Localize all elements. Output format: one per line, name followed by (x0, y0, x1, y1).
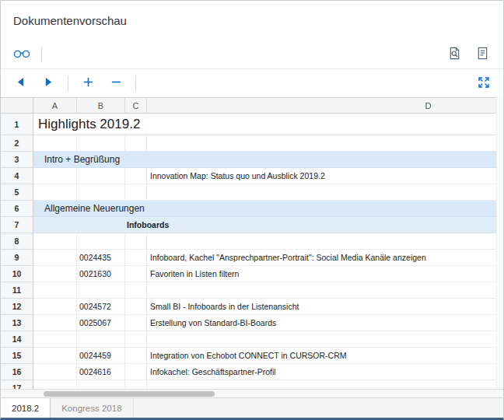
cell-b5[interactable] (77, 184, 125, 201)
horizontal-scrollbar[interactable] (1, 389, 503, 397)
row-header-13: 13 (1, 315, 33, 331)
cell-merged-3[interactable]: Intro + Begrüßung (33, 152, 496, 168)
cell-c5[interactable] (125, 184, 147, 201)
cell-d14[interactable] (147, 331, 496, 348)
cell-b4[interactable] (77, 168, 125, 184)
cell-d13[interactable]: Erstellung von Standard-BI-Boards (147, 315, 496, 331)
column-header-b: B (77, 98, 125, 113)
row-header-8: 8 (1, 233, 33, 250)
document-preview-panel: Dokumentenvorschau (0, 0, 504, 420)
cell-b15[interactable]: 0024459 (77, 348, 125, 364)
cell-d9[interactable]: Infoboard, Kachel "Ansprechpartner-Portr… (147, 250, 496, 266)
cell-c10[interactable] (125, 266, 147, 282)
row-header-6: 6 (1, 201, 33, 217)
toolbar-separator (135, 75, 136, 91)
grid-row-10: 100021630Favoriten in Listen filtern (1, 266, 496, 282)
grid-row-9: 90024435Infoboard, Kachel "Ansprechpartn… (1, 250, 496, 266)
cell-d17[interactable] (147, 380, 496, 389)
cell-a9[interactable] (33, 250, 77, 266)
cell-b10[interactable]: 0021630 (77, 266, 125, 282)
cell-b17[interactable] (77, 380, 125, 389)
row-header-10: 10 (1, 266, 33, 282)
cell-d10[interactable]: Favoriten in Listen filtern (147, 266, 496, 282)
cell-a14[interactable] (33, 331, 77, 348)
expand-icon (478, 76, 490, 91)
vertical-scrollbar[interactable] (496, 97, 503, 389)
cell-b14[interactable] (77, 331, 125, 348)
cell-a17[interactable] (33, 380, 77, 389)
cell-b11[interactable] (77, 282, 125, 299)
row-header-9: 9 (1, 250, 33, 266)
cell-a12[interactable] (33, 299, 77, 315)
prev-arrow-icon (16, 77, 25, 89)
cell-d2[interactable] (147, 135, 496, 152)
cell-merged-7[interactable]: Infoboards (33, 217, 496, 233)
zoom-in-button[interactable] (78, 73, 98, 93)
cell-d12[interactable]: Small BI - Infoboards in der Listenansic… (147, 299, 496, 315)
cell-a16[interactable] (33, 364, 77, 380)
grid-column-headers: ABCD (1, 97, 496, 114)
cell-d16[interactable]: Infokachel: Geschäftspartner-Profil (147, 364, 496, 380)
prev-page-button[interactable] (10, 73, 30, 93)
cell-d8[interactable] (147, 233, 496, 250)
cell-b8[interactable] (77, 233, 125, 250)
grid-row-7: 7Infoboards (1, 217, 496, 233)
cell-c15[interactable] (125, 348, 147, 364)
cell-d11[interactable] (147, 282, 496, 299)
zoom-document-button[interactable] (444, 44, 464, 65)
column-header-d: D (147, 98, 496, 113)
cell-c12[interactable] (125, 299, 147, 315)
cell-b13[interactable]: 0025067 (77, 315, 125, 331)
cell-b12[interactable]: 0024572 (77, 299, 125, 315)
cell-a13[interactable] (33, 315, 77, 331)
cell-c8[interactable] (125, 233, 147, 250)
row-header-2: 2 (1, 135, 33, 152)
cell-c11[interactable] (125, 282, 147, 299)
hscroll-thumb[interactable] (44, 391, 215, 397)
cell-a15[interactable] (33, 348, 77, 364)
toolbar-navigation (1, 69, 503, 97)
cell-a4[interactable] (33, 168, 77, 184)
sheet-tab-1[interactable]: 2018.2 (1, 398, 51, 418)
cell-a8[interactable] (33, 233, 77, 250)
cell-c14[interactable] (125, 331, 147, 348)
grid-row-14: 14 (1, 331, 496, 348)
toolbar-separator (68, 75, 68, 91)
glasses-button[interactable] (12, 44, 32, 65)
grid-rows: 1Highlights 2019.223Intro + Begrüßung4In… (1, 114, 496, 389)
grid-row-12: 120024572Small BI - Infoboards in der Li… (1, 299, 496, 315)
cell-c16[interactable] (125, 364, 147, 380)
cell-a11[interactable] (33, 282, 77, 299)
next-page-button[interactable] (38, 73, 58, 93)
cell-c2[interactable] (125, 135, 147, 152)
panel-title: Dokumentenvorschau (1, 1, 503, 40)
cell-a10[interactable] (33, 266, 77, 282)
cell-c17[interactable] (125, 380, 147, 389)
cell-merged-6[interactable]: Allgemeine Neuerungen (33, 201, 496, 217)
fullscreen-button[interactable] (474, 73, 494, 93)
cell-b16[interactable]: 0024616 (77, 364, 125, 380)
row-header-17: 17 (1, 380, 33, 389)
cell-merged-1[interactable]: Highlights 2019.2 (33, 114, 496, 135)
grid-row-15: 150024459Integration von Echobot CONNECT… (1, 348, 496, 364)
grid-row-2: 2 (1, 135, 496, 152)
cell-a5[interactable] (33, 184, 77, 201)
cell-a2[interactable] (33, 135, 77, 152)
cell-d4[interactable]: Innovation Map: Status quo und Ausblick … (147, 168, 496, 184)
cell-c4[interactable] (125, 168, 147, 184)
cell-d15[interactable]: Integration von Echobot CONNECT in CURSO… (147, 348, 496, 364)
document-text-button[interactable] (472, 44, 492, 65)
cell-c13[interactable] (125, 315, 147, 331)
next-arrow-icon (44, 77, 53, 89)
glasses-icon (13, 48, 30, 61)
cell-c9[interactable] (125, 250, 147, 266)
cell-b9[interactable]: 0024435 (77, 250, 125, 266)
grid-row-8: 8 (1, 233, 496, 250)
cell-b2[interactable] (77, 135, 125, 152)
sheet-tab-2[interactable]: Kongress 2018 (51, 398, 133, 418)
zoom-out-button[interactable] (106, 73, 126, 93)
minus-icon (110, 76, 122, 90)
row-header-5: 5 (1, 184, 33, 201)
row-header-12: 12 (1, 299, 33, 315)
cell-d5[interactable] (147, 184, 496, 201)
